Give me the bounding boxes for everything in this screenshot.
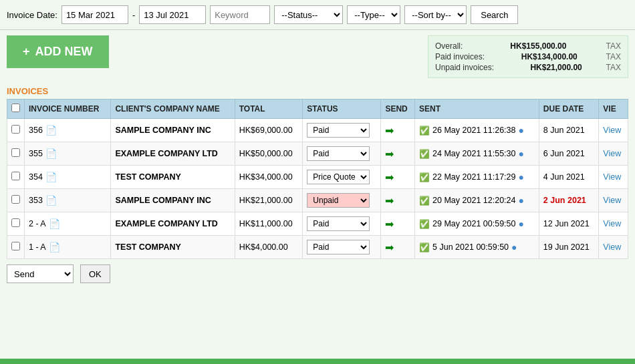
view-link[interactable]: View <box>603 219 621 228</box>
row-checkbox-cell <box>7 212 25 236</box>
col-sent: SENT <box>415 100 539 119</box>
total-value: HK$11,000.00 <box>239 219 293 228</box>
sent-checkmark: ✅ <box>419 149 430 159</box>
col-due-date: DUE DATE <box>539 100 598 119</box>
row-checkbox[interactable] <box>11 172 20 180</box>
info-icon[interactable]: ● <box>518 148 523 159</box>
add-new-button[interactable]: + ADD NEW <box>7 35 109 68</box>
send-icon[interactable]: ➡ <box>385 148 394 160</box>
info-icon[interactable]: ● <box>518 195 523 206</box>
send-cell: ➡ <box>381 189 415 212</box>
col-status: STATUS <box>303 100 381 119</box>
status-cell[interactable]: Paid Unpaid Price Quote <box>303 236 381 259</box>
invoice-num-text: 2 - A <box>29 219 46 228</box>
pdf-icon[interactable]: 📄 <box>49 242 60 252</box>
row-checkbox[interactable] <box>11 125 20 134</box>
status-cell[interactable]: Paid Unpaid Price Quote <box>303 119 381 142</box>
status-cell[interactable]: Paid Unpaid Price Quote <box>303 189 381 212</box>
invoice-number-cell: 353 📄 <box>25 189 111 212</box>
pdf-icon[interactable]: 📄 <box>45 172 57 182</box>
status-dropdown[interactable]: Paid Unpaid Price Quote <box>307 240 370 254</box>
company-name: TEST COMPANY <box>115 172 180 182</box>
info-icon[interactable]: ● <box>518 125 523 136</box>
status-dropdown[interactable]: Paid Unpaid Price Quote <box>307 170 370 184</box>
table-row: 1 - A 📄 TEST COMPANY HK$4,000.00 Paid Un… <box>7 236 628 259</box>
total-value: HK$21,000.00 <box>239 196 293 205</box>
invoice-number-cell: 2 - A 📄 <box>25 212 111 236</box>
status-dropdown[interactable]: Paid Unpaid Price Quote <box>307 193 370 208</box>
view-cell[interactable]: View <box>599 212 628 236</box>
unpaid-value: HK$21,000.00 <box>515 63 582 72</box>
row-checkbox-cell <box>7 236 25 259</box>
send-icon[interactable]: ➡ <box>385 195 394 206</box>
summary-paid-row: Paid invoices: HK$134,000.00 TAX <box>435 52 621 61</box>
pdf-icon[interactable]: 📄 <box>45 195 57 206</box>
due-date-cell: 8 Jun 2021 <box>539 119 598 142</box>
status-cell[interactable]: Paid Unpaid Price Quote <box>303 142 381 166</box>
overall-value: HK$155,000.00 <box>499 41 566 51</box>
overall-label: Overall: <box>435 41 463 51</box>
status-select[interactable]: --Status-- Paid Unpaid Price Quote <box>274 5 343 24</box>
sent-checkmark: ✅ <box>419 196 430 206</box>
view-link[interactable]: View <box>603 196 621 205</box>
due-date-value: 6 Jun 2021 <box>543 149 585 158</box>
invoice-number-cell: 354 📄 <box>25 166 111 189</box>
view-link[interactable]: View <box>603 126 621 135</box>
keyword-input[interactable] <box>210 5 270 24</box>
sent-cell: ✅ 5 Jun 2021 00:59:50 ● <box>415 236 539 259</box>
table-row: 2 - A 📄 EXAMPLE COMPANY LTD HK$11,000.00… <box>7 212 628 236</box>
status-cell[interactable]: Paid Unpaid Price Quote <box>303 166 381 189</box>
view-cell[interactable]: View <box>599 119 628 142</box>
due-date-cell: 6 Jun 2021 <box>539 142 598 166</box>
col-total: TOTAL <box>235 100 303 119</box>
row-checkbox-cell <box>7 119 25 142</box>
ok-button[interactable]: OK <box>80 264 110 283</box>
company-name-cell: TEST COMPANY <box>111 166 235 189</box>
send-icon[interactable]: ➡ <box>385 218 394 230</box>
row-checkbox[interactable] <box>11 195 20 204</box>
due-date-value: 12 Jun 2021 <box>543 219 590 228</box>
send-cell: ➡ <box>381 142 415 166</box>
pdf-icon[interactable]: 📄 <box>45 125 57 136</box>
invoice-number-cell: 356 📄 <box>25 119 111 142</box>
send-icon[interactable]: ➡ <box>385 125 394 136</box>
info-icon[interactable]: ● <box>518 172 523 182</box>
table-row: 354 📄 TEST COMPANY HK$34,000.00 Paid Unp… <box>7 166 628 189</box>
send-icon[interactable]: ➡ <box>385 242 394 253</box>
status-dropdown[interactable]: Paid Unpaid Price Quote <box>307 216 370 231</box>
status-cell[interactable]: Paid Unpaid Price Quote <box>303 212 381 236</box>
type-select[interactable]: --Type-- Invoice Quote <box>347 5 400 24</box>
view-cell[interactable]: View <box>599 189 628 212</box>
total-cell: HK$34,000.00 <box>235 166 303 189</box>
view-link[interactable]: View <box>603 172 621 182</box>
info-icon[interactable]: ● <box>511 242 517 252</box>
view-cell[interactable]: View <box>599 236 628 259</box>
due-date-value: 2 Jun 2021 <box>543 196 586 205</box>
bulk-action-select[interactable]: Send Delete Mark Paid <box>7 264 74 283</box>
invoice-num-text: 355 <box>29 149 43 158</box>
row-checkbox[interactable] <box>11 148 20 157</box>
date-to-input[interactable] <box>139 5 206 24</box>
status-dropdown[interactable]: Paid Unpaid Price Quote <box>307 146 370 161</box>
due-date-cell: 19 Jun 2021 <box>539 236 598 259</box>
view-cell[interactable]: View <box>599 142 628 166</box>
date-from-input[interactable] <box>61 5 128 24</box>
pdf-icon[interactable]: 📄 <box>45 148 57 159</box>
status-dropdown[interactable]: Paid Unpaid Price Quote <box>307 123 370 138</box>
unpaid-tax: TAX <box>606 63 621 72</box>
search-button[interactable]: Search <box>471 5 518 24</box>
summary-box: Overall: HK$155,000.00 TAX Paid invoices… <box>428 35 628 78</box>
view-link[interactable]: View <box>603 242 621 252</box>
send-icon[interactable]: ➡ <box>385 172 394 183</box>
pdf-icon[interactable]: 📄 <box>49 218 60 229</box>
select-all-checkbox[interactable] <box>11 104 20 112</box>
row-checkbox[interactable] <box>11 242 20 250</box>
invoice-date-label: Invoice Date: <box>7 10 57 20</box>
sent-cell: ✅ 29 May 2021 00:59:50 ● <box>415 212 539 236</box>
view-link[interactable]: View <box>603 149 621 158</box>
info-icon[interactable]: ● <box>518 218 523 229</box>
row-checkbox[interactable] <box>11 218 20 227</box>
sort-select[interactable]: --Sort by-- Date Amount Status <box>404 5 467 24</box>
company-name-cell: EXAMPLE COMPANY LTD <box>111 212 235 236</box>
view-cell[interactable]: View <box>599 166 628 189</box>
